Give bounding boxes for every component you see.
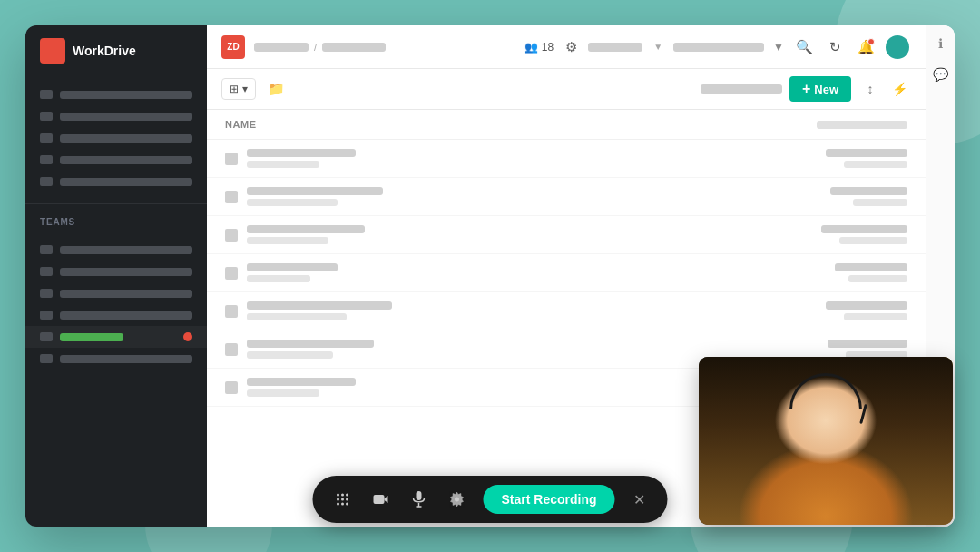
name-column-header: NAME <box>225 119 817 130</box>
search-area-bar <box>673 43 764 52</box>
file-meta-sub <box>853 199 907 206</box>
microphone-icon[interactable] <box>407 488 430 511</box>
filter-button[interactable]: ⚡ <box>887 77 911 101</box>
file-row[interactable] <box>207 140 926 178</box>
file-meta <box>799 263 907 282</box>
members-count: 👥 18 <box>524 41 554 54</box>
svg-rect-11 <box>416 491 421 500</box>
camera-icon[interactable] <box>368 488 392 511</box>
info-button[interactable]: ℹ <box>932 34 950 53</box>
team-item[interactable] <box>25 348 207 370</box>
sidebar-divider <box>25 203 207 204</box>
team-item[interactable] <box>25 239 207 261</box>
nav-icon <box>40 155 53 164</box>
sidebar-item[interactable] <box>25 171 207 192</box>
close-recording-toolbar-button[interactable]: ✕ <box>630 489 650 509</box>
team-item[interactable] <box>25 282 207 304</box>
file-meta-bar <box>826 301 907 310</box>
nav-item-label <box>60 134 192 143</box>
chevron-down-icon: ▼ <box>773 41 784 54</box>
file-icon <box>225 229 238 242</box>
breadcrumb-item <box>254 43 309 52</box>
view-toggle-button[interactable]: ⊞ ▾ <box>221 78 256 100</box>
sidebar-nav <box>25 76 207 200</box>
file-meta-bar <box>835 263 907 271</box>
team-icon <box>40 289 53 298</box>
file-sub-bar <box>247 161 319 168</box>
file-name-bar <box>247 340 374 348</box>
svg-rect-9 <box>373 495 384 504</box>
file-meta <box>799 301 907 320</box>
svg-point-7 <box>341 503 344 506</box>
file-sub-bar <box>247 313 347 320</box>
nav-icon <box>40 90 53 99</box>
file-row[interactable] <box>207 216 926 254</box>
sort-button[interactable]: ↕ <box>858 77 882 101</box>
file-meta-sub <box>844 313 907 320</box>
team-item[interactable] <box>25 304 207 326</box>
sidebar-item[interactable] <box>25 149 207 171</box>
file-icon <box>225 381 238 394</box>
file-sub-bar <box>247 199 338 206</box>
settings-icon[interactable]: ⚙ <box>563 39 579 55</box>
members-icon: 👥 <box>524 41 538 54</box>
svg-marker-10 <box>384 496 387 503</box>
search-button[interactable]: 🔍 <box>793 36 815 58</box>
file-name-block <box>247 340 789 359</box>
refresh-button[interactable]: ↻ <box>824 36 846 58</box>
topbar-icons: 🔍 ↻ 🔔 ⠿ <box>793 35 940 59</box>
file-list-header: NAME <box>207 110 926 140</box>
sidebar-item[interactable] <box>25 84 207 105</box>
team-item-label <box>60 246 192 254</box>
file-row[interactable] <box>207 178 926 216</box>
chat-button[interactable]: 💬 <box>932 65 950 84</box>
new-button[interactable]: + New <box>789 76 851 102</box>
teams-section-label: TEAMS <box>25 208 207 232</box>
grid-dots-icon[interactable] <box>330 488 354 511</box>
avatar[interactable] <box>886 35 909 59</box>
file-meta-sub <box>839 237 907 244</box>
teams-nav <box>25 232 207 377</box>
file-name-block <box>247 187 789 206</box>
team-icon-active <box>40 332 53 341</box>
file-name-bar <box>247 149 356 157</box>
sidebar: WorkDrive <box>25 25 207 527</box>
view-chevron: ▾ <box>242 83 248 95</box>
active-bar <box>60 333 123 341</box>
nav-item-label <box>60 91 192 99</box>
file-name-block <box>247 263 789 282</box>
file-name-bar <box>247 378 356 386</box>
notifications-button[interactable]: 🔔 <box>855 36 877 58</box>
separator: ▼ <box>653 42 662 52</box>
file-sub-bar <box>247 275 310 282</box>
file-row[interactable] <box>207 254 926 292</box>
file-name-block <box>247 225 789 244</box>
start-recording-button[interactable]: Start Recording <box>483 485 614 514</box>
svg-point-2 <box>346 494 348 497</box>
folder-button[interactable]: 📁 <box>263 76 289 102</box>
breadcrumb: / <box>254 42 515 53</box>
file-meta-sub <box>848 275 907 282</box>
svg-point-3 <box>337 498 339 501</box>
svg-point-1 <box>341 494 344 497</box>
file-row[interactable] <box>207 292 926 330</box>
file-icon <box>225 153 238 165</box>
logo-text: WorkDrive <box>73 44 136 58</box>
search-bar <box>701 84 782 94</box>
file-meta <box>799 149 907 168</box>
team-item-label <box>60 311 192 320</box>
settings-gear-icon[interactable] <box>445 488 468 511</box>
file-sub-bar <box>247 351 333 359</box>
team-badge: ZD <box>221 35 245 59</box>
sidebar-item[interactable] <box>25 105 207 127</box>
team-item[interactable] <box>25 261 207 282</box>
file-meta-bar <box>830 187 907 195</box>
team-icon <box>40 354 53 363</box>
file-meta-bar <box>826 149 907 157</box>
file-name-bar <box>247 263 338 271</box>
file-name-bar <box>247 225 365 233</box>
logo-icon <box>40 38 65 64</box>
sidebar-item[interactable] <box>25 127 207 149</box>
notification-badge <box>867 38 875 45</box>
team-item-active[interactable] <box>25 326 207 348</box>
